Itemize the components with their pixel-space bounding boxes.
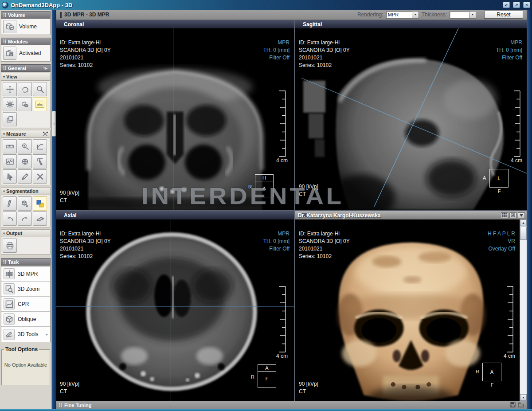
close-button[interactable]: × [523, 2, 530, 8]
volume-button[interactable]: Volume [3, 20, 48, 33]
section-header-general[interactable]: General ≡▸ [1, 64, 51, 72]
overlay-view-button[interactable] [3, 112, 17, 126]
folder-icon[interactable] [518, 402, 524, 408]
edit-measure-button[interactable] [18, 169, 32, 184]
reset-button[interactable]: Reset [484, 11, 523, 19]
subsection-segmentation[interactable]: ▾ Segmentation [1, 187, 51, 195]
region-pick-button[interactable] [18, 196, 32, 211]
task-item-3d-mpr[interactable]: 3D MPR [1, 266, 50, 282]
general-menu-icon[interactable]: ≡▸ [42, 66, 48, 71]
chevron-down-icon[interactable]: ▼ [469, 12, 476, 18]
axial-image-area[interactable]: ID: Extra large-HiSCANORA 3D [O] 0Y 2010… [56, 219, 294, 401]
sagittal-image-area[interactable]: ID: Extra large-HiSCANORA 3D [O] 0Y 2010… [295, 28, 527, 210]
subsection-measure[interactable]: ▾ Measure [1, 130, 51, 138]
redo-button[interactable] [18, 211, 32, 226]
axial-scale-ruler: 4 cm [276, 286, 288, 359]
cut-plane-button[interactable] [33, 211, 47, 226]
sculpt-knife-button[interactable] [3, 196, 17, 211]
task-label: 3D MPR [18, 271, 38, 277]
activated-modules-button[interactable]: Activated [3, 47, 48, 60]
app-icon [2, 2, 8, 8]
collapse-triangle-icon: ▾ [3, 231, 5, 235]
color-mask-button[interactable] [33, 196, 47, 211]
axial-crosshair-vertical[interactable] [171, 219, 171, 401]
3d-mpr-icon [4, 268, 15, 279]
coronal-image-area[interactable]: ID: Extra large-HiSCANORA 3D [O] 0Y 2010… [56, 28, 294, 210]
color-mask-icon [36, 200, 44, 208]
grid-layout-icon[interactable] [501, 212, 508, 218]
save-icon[interactable] [510, 402, 516, 408]
section-label: Task [8, 259, 19, 265]
sagittal-acquisition-info: 90 [kVp]CT [299, 183, 318, 198]
fine-tuning-label: Fine Tuning [64, 403, 92, 408]
subsection-output[interactable]: ▾ Output [1, 229, 51, 237]
3d-scrollbar[interactable]: ▲ ▼ [520, 219, 527, 401]
scroll-down-icon[interactable]: ▼ [520, 394, 527, 401]
tool-options-message: No Option Available [2, 362, 50, 368]
section-header-modules[interactable]: Modules [1, 38, 51, 45]
brightness-button[interactable] [3, 97, 17, 111]
zoom-button[interactable] [33, 82, 47, 96]
pan-button[interactable] [3, 82, 17, 96]
task-item-oblique[interactable]: Oblique [1, 312, 50, 327]
scroll-thumb[interactable] [520, 227, 527, 240]
rotate-button[interactable] [18, 82, 32, 96]
task-item-cpr[interactable]: CPR [1, 297, 50, 312]
cpr-icon [4, 298, 15, 309]
task-item-3d-tools[interactable]: 3D Tools ▸ [1, 327, 50, 342]
coronal-study-info: ID: Extra large-HiSCANORA 3D [O] 0Y 2010… [60, 39, 111, 69]
print-button[interactable] [3, 239, 17, 253]
minimize-button[interactable]: ↙ [503, 2, 510, 8]
3d-orientation-marker: R A F [482, 363, 502, 388]
tag-pointer-button[interactable] [33, 154, 47, 168]
scroll-track[interactable] [520, 226, 527, 394]
angle-button[interactable] [33, 139, 47, 153]
section-header-task[interactable]: Task [1, 258, 51, 266]
select-button[interactable] [3, 169, 17, 184]
volume-cylinders-icon [3, 20, 16, 33]
coronal-scale-ruler: 4 cm [276, 90, 288, 164]
sagittal-header[interactable]: Sagittal [295, 20, 527, 28]
panel-menu-icon[interactable] [518, 212, 525, 218]
modules-button-label: Activated [19, 50, 41, 56]
fine-tuning-bar[interactable]: Fine Tuning [56, 401, 527, 409]
tool-options-group: Tool Options No Option Available [1, 346, 50, 385]
3d-header[interactable]: 3D Dr. Katarzyna Kargol-Kuszewska [295, 211, 527, 219]
scroll-up-icon[interactable]: ▲ [520, 219, 527, 226]
volume-button-label: Volume [19, 23, 37, 30]
roi-button[interactable] [18, 97, 32, 111]
orientation-selector[interactable]: H F A P L R [488, 230, 515, 238]
profile-button[interactable] [3, 154, 17, 168]
3d-image-area[interactable]: ID: Extra large-HiSCANORA 3D [O] 0Y 2010… [295, 219, 527, 401]
thickness-value [450, 12, 469, 18]
coronal-crosshair-horizontal[interactable] [56, 127, 294, 127]
collapse-sidebar-handle[interactable]: ‹ [52, 111, 56, 137]
tag-pointer-icon [36, 157, 44, 166]
chevron-down-icon[interactable]: ▼ [412, 12, 419, 18]
area-button[interactable] [18, 154, 32, 168]
axial-study-info: ID: Extra large-HiSCANORA 3D [O] 0Y 2010… [60, 230, 111, 260]
section-header-volume[interactable]: Volume [1, 11, 51, 19]
measure-config-icon[interactable] [42, 131, 48, 137]
coronal-title: Coronal [64, 21, 84, 27]
axial-crosshair-horizontal[interactable] [56, 306, 294, 307]
thickness-select[interactable]: ▼ [450, 11, 476, 19]
delete-measure-button[interactable] [33, 169, 47, 184]
rotate-icon [21, 85, 29, 94]
titlebar[interactable]: OnDemand3DApp - 3D ↙ ↗ × [0, 0, 532, 10]
axial-header[interactable]: Axial [56, 211, 294, 219]
subsection-view[interactable]: ▾ View [1, 73, 51, 81]
3d-header-buttons [501, 212, 527, 218]
expand-panel-icon[interactable] [509, 212, 516, 218]
task-label: 3D Tools [18, 331, 38, 337]
undo-button[interactable] [3, 211, 17, 226]
annotation-button[interactable]: abc [33, 97, 47, 111]
tape-measure-button[interactable] [18, 139, 32, 153]
rendering-select[interactable]: MPR ▼ [386, 11, 419, 19]
coronal-crosshair-vertical[interactable] [173, 28, 173, 210]
ruler-button[interactable] [3, 139, 17, 153]
sculpt-knife-icon [6, 200, 14, 208]
coronal-header[interactable]: Coronal [56, 20, 294, 28]
task-item-3d-zoom[interactable]: 3D Zoom [1, 282, 50, 297]
restore-button[interactable]: ↗ [513, 2, 520, 8]
